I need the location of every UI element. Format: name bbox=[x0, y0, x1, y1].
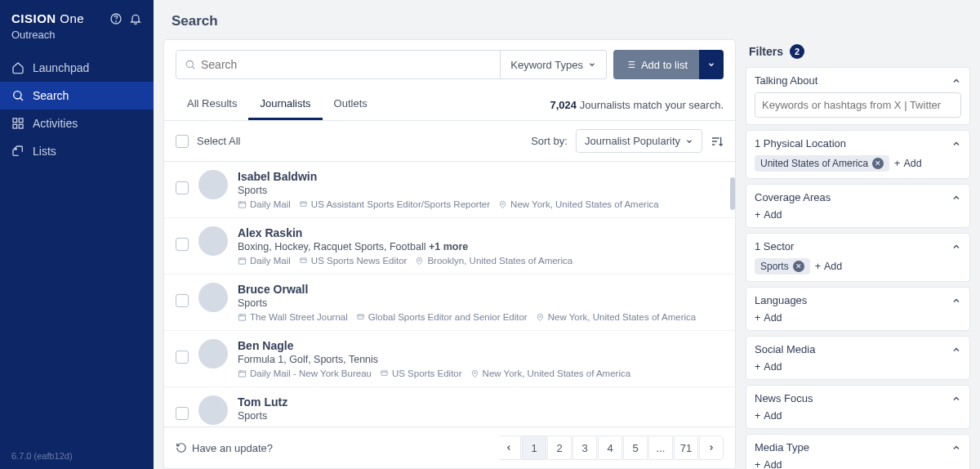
sidebar-item-activities[interactable]: Activities bbox=[0, 109, 154, 137]
result-row[interactable]: Isabel Baldwin Sports Daily Mail US Assi… bbox=[164, 162, 735, 218]
help-icon[interactable] bbox=[109, 12, 122, 25]
journalist-topics: Formula 1, Golf, Sports, Tennis bbox=[238, 354, 724, 365]
add-news-focus[interactable]: + Add bbox=[755, 410, 782, 422]
count-label: Journalists match your search. bbox=[580, 99, 724, 111]
row-checkbox[interactable] bbox=[176, 294, 189, 307]
svg-point-8 bbox=[186, 60, 193, 67]
avatar bbox=[198, 339, 228, 368]
filter-head[interactable]: Media Type bbox=[755, 441, 961, 453]
brand-name: CISION bbox=[11, 11, 56, 25]
row-checkbox[interactable] bbox=[176, 351, 189, 364]
chip-remove[interactable]: ✕ bbox=[872, 158, 884, 169]
chevron-up-icon bbox=[951, 242, 961, 252]
sidebar-item-search[interactable]: Search bbox=[0, 82, 154, 109]
filter-head[interactable]: Coverage Areas bbox=[755, 191, 961, 203]
avatar bbox=[198, 170, 228, 199]
add-label: Add bbox=[764, 209, 782, 221]
svg-point-2 bbox=[14, 92, 21, 99]
keyword-types-button[interactable]: Keyword Types bbox=[501, 50, 607, 79]
journalist-name: Alex Raskin bbox=[238, 226, 724, 239]
tab-journalists[interactable]: Journalists bbox=[248, 89, 322, 120]
add-social[interactable]: + Add bbox=[755, 361, 782, 373]
journalist-name: Bruce Orwall bbox=[238, 283, 724, 296]
filter-title: Coverage Areas bbox=[755, 191, 831, 203]
result-row[interactable]: Alex Raskin Boxing, Hockey, Racquet Spor… bbox=[164, 218, 735, 275]
nav-label: Search bbox=[33, 89, 69, 102]
outlet: Daily Mail - New York Bureau bbox=[238, 368, 372, 378]
pager-page[interactable]: 4 bbox=[598, 436, 622, 460]
filter-title: Talking About bbox=[755, 74, 817, 87]
pagination: 12345...71 bbox=[497, 436, 724, 460]
journalist-meta: The Wall Street Journal Global Sports Ed… bbox=[238, 312, 724, 322]
count-num: 7,024 bbox=[550, 99, 577, 111]
select-all-checkbox[interactable] bbox=[176, 135, 189, 148]
outlet: The Wall Street Journal bbox=[238, 312, 348, 322]
scrollbar-thumb[interactable] bbox=[730, 177, 735, 210]
row-checkbox[interactable] bbox=[176, 238, 189, 251]
add-media-type[interactable]: + Add bbox=[755, 459, 782, 469]
sort-direction-icon[interactable] bbox=[710, 135, 724, 148]
list-icon bbox=[625, 59, 636, 70]
pager-page[interactable]: 1 bbox=[522, 436, 546, 460]
svg-rect-19 bbox=[381, 370, 387, 375]
pager-page[interactable]: ... bbox=[648, 436, 673, 460]
filter-head[interactable]: News Focus bbox=[755, 392, 961, 404]
row-checkbox[interactable] bbox=[176, 407, 189, 420]
add-to-list-dropdown[interactable] bbox=[699, 50, 724, 79]
pager-page[interactable]: 5 bbox=[623, 436, 648, 460]
pager-next[interactable] bbox=[699, 436, 724, 460]
journalist-meta: Daily Mail - New York Bureau US Sports E… bbox=[238, 368, 724, 378]
chip-remove[interactable]: ✕ bbox=[793, 261, 804, 272]
filter-title: 1 Physical Location bbox=[755, 137, 846, 150]
brand-one: One bbox=[60, 11, 84, 25]
result-row[interactable]: Bruce Orwall Sports The Wall Street Jour… bbox=[164, 275, 735, 331]
filter-head[interactable]: Talking About bbox=[755, 74, 961, 87]
filters-title: Filters bbox=[749, 45, 783, 58]
nav-label: Launchpad bbox=[33, 61, 89, 74]
add-location[interactable]: + Add bbox=[894, 155, 922, 172]
search-input[interactable] bbox=[201, 58, 492, 71]
bell-icon[interactable] bbox=[129, 12, 142, 25]
svg-rect-4 bbox=[19, 118, 23, 123]
pager-prev[interactable] bbox=[497, 436, 521, 460]
filter-title: Social Media bbox=[755, 343, 815, 355]
filter-news-focus: News Focus + Add bbox=[746, 385, 970, 429]
sidebar: CISION One Outreach Launchpad Search Act… bbox=[0, 0, 154, 469]
chevron-down-icon bbox=[685, 137, 693, 145]
result-count: 7,024 Journalists match your search. bbox=[550, 99, 724, 111]
svg-point-7 bbox=[15, 148, 16, 150]
filter-head[interactable]: Languages bbox=[755, 294, 961, 306]
talking-input[interactable] bbox=[755, 92, 961, 118]
pager-page[interactable]: 2 bbox=[547, 436, 572, 460]
avatar bbox=[198, 226, 228, 256]
add-label: Add to list bbox=[641, 59, 688, 71]
sidebar-item-lists[interactable]: Lists bbox=[0, 137, 154, 165]
journalist-meta: Daily Mail US Assistant Sports Editor/Sp… bbox=[238, 199, 724, 209]
result-row[interactable]: Ben Nagle Formula 1, Golf, Sports, Tenni… bbox=[164, 331, 735, 387]
history-icon bbox=[176, 442, 187, 453]
pager-page[interactable]: 71 bbox=[674, 436, 698, 460]
sidebar-item-launchpad[interactable]: Launchpad bbox=[0, 54, 154, 82]
version: 6.7.0 (eafb12d) bbox=[0, 443, 154, 469]
add-to-list-button[interactable]: Add to list bbox=[613, 50, 699, 79]
location: New York, United States of America bbox=[470, 368, 631, 378]
location: New York, United States of America bbox=[498, 199, 659, 209]
tab-outlets[interactable]: Outlets bbox=[323, 89, 379, 120]
result-row[interactable]: Tom Lutz Sports The Guardian - New York … bbox=[164, 387, 735, 427]
pager-page[interactable]: 3 bbox=[572, 436, 597, 460]
svg-point-14 bbox=[419, 259, 421, 261]
sort-dropdown[interactable]: Journalist Popularity bbox=[576, 129, 702, 153]
add-sector[interactable]: + Add bbox=[815, 258, 843, 275]
add-language[interactable]: + Add bbox=[755, 312, 782, 324]
have-update-button[interactable]: Have an update? bbox=[176, 442, 273, 454]
row-checkbox[interactable] bbox=[176, 181, 189, 194]
tab-all-results[interactable]: All Results bbox=[176, 89, 248, 120]
toolbar: Keyword Types Add to list bbox=[164, 40, 735, 89]
add-coverage[interactable]: + Add bbox=[755, 209, 782, 221]
search-box[interactable] bbox=[176, 50, 501, 79]
filter-title: Media Type bbox=[755, 441, 809, 453]
brand-sub: Outreach bbox=[0, 29, 154, 49]
filter-head[interactable]: 1 Sector bbox=[755, 240, 961, 252]
filter-head[interactable]: 1 Physical Location bbox=[755, 137, 961, 150]
filter-head[interactable]: Social Media bbox=[755, 343, 961, 355]
